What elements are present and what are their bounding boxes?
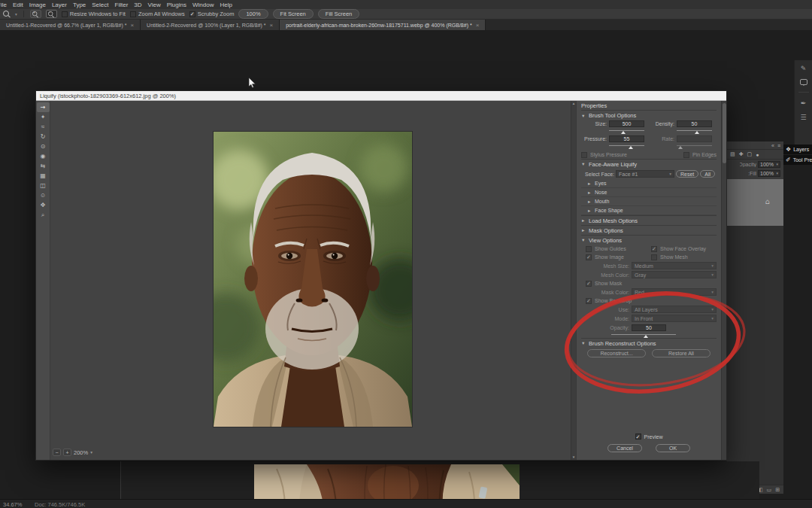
view-options-header[interactable]: ▼ View Options xyxy=(581,235,717,245)
menu-type[interactable]: Type xyxy=(70,2,89,8)
zoom-tool-icon[interactable] xyxy=(3,11,11,18)
resize-windows-checkbox[interactable]: Resize Windows to Fit xyxy=(62,11,126,17)
brush-pressure-slider[interactable] xyxy=(609,143,644,149)
twirl-clockwise-tool[interactable]: ↻ xyxy=(37,132,50,141)
pencil-icon[interactable]: ✒ xyxy=(801,99,807,107)
menu-view[interactable]: View xyxy=(145,2,164,8)
pucker-tool[interactable]: ⊙ xyxy=(37,141,50,151)
mode-dropdown[interactable]: In Front ▾ xyxy=(632,315,717,322)
brush-tool-options-header[interactable]: ▼ Brush Tool Options xyxy=(581,111,717,120)
eyes-section-header[interactable]: ► Eyes xyxy=(581,179,717,188)
show-mask-checkbox[interactable]: ✓ Show Mask xyxy=(586,281,622,287)
scroll-up-icon[interactable]: ▲ xyxy=(572,102,575,105)
hand-tool[interactable]: ✥ xyxy=(37,200,50,210)
comment-icon[interactable] xyxy=(800,79,807,85)
menu-image[interactable]: Image xyxy=(26,2,49,8)
chevron-down-icon[interactable]: ▾ xyxy=(90,450,92,455)
dialog-zoom-level[interactable]: 200% xyxy=(74,449,88,456)
list-icon[interactable]: ☰ xyxy=(800,114,806,121)
mouth-section-header[interactable]: ► Mouth xyxy=(581,197,717,206)
load-mesh-options-header[interactable]: ► Load Mesh Options xyxy=(581,215,717,225)
pen-icon[interactable]: ✎ xyxy=(801,65,807,72)
preview-checkbox[interactable]: ✓ Preview xyxy=(635,433,663,440)
menu-select[interactable]: Select xyxy=(89,2,111,8)
layers-panel-tab[interactable]: ❖ Layers xyxy=(783,144,812,154)
close-icon[interactable]: × xyxy=(270,22,274,29)
show-mesh-checkbox[interactable]: Show Mesh xyxy=(651,254,717,260)
fit-screen-button[interactable]: Fit Screen xyxy=(273,9,314,19)
pin-edges-checkbox[interactable]: Pin Edges xyxy=(649,152,717,158)
zoom-in-button[interactable]: + xyxy=(30,10,41,18)
scrubby-zoom-checkbox[interactable]: ✓ Scrubby Zoom xyxy=(189,11,235,17)
brush-rate-slider[interactable] xyxy=(677,143,712,149)
show-backdrop-checkbox[interactable]: ✓ Show Backdrop xyxy=(586,298,632,304)
properties-scrollbar[interactable] xyxy=(721,101,726,460)
brush-size-slider[interactable] xyxy=(609,128,644,134)
stylus-pressure-checkbox[interactable]: Stylus Pressure xyxy=(581,152,649,158)
face-tool[interactable]: ☺ xyxy=(37,190,50,200)
show-guides-checkbox[interactable]: Show Guides xyxy=(586,246,651,252)
thaw-mask-tool[interactable]: ◫ xyxy=(37,181,50,190)
fill-screen-button[interactable]: Fill Screen xyxy=(318,9,359,19)
brush-pressure-input[interactable]: 55 xyxy=(609,135,644,142)
mesh-size-dropdown[interactable]: Medium ▾ xyxy=(632,262,717,269)
mask-color-dropdown[interactable]: Red ▾ xyxy=(632,288,717,296)
dialog-zoom-out-button[interactable]: − xyxy=(53,449,61,456)
menu-layer[interactable]: Layer xyxy=(49,2,70,8)
lock-position-icon[interactable]: ✚ xyxy=(739,151,744,157)
new-group-icon[interactable]: ▭ xyxy=(767,487,772,493)
dialog-zoom-in-button[interactable]: + xyxy=(63,449,71,456)
backdrop-opacity-slider[interactable] xyxy=(611,332,676,338)
select-face-dropdown[interactable]: Face #1 ▾ xyxy=(616,170,674,178)
brush-rate-input[interactable] xyxy=(677,135,712,142)
lock-transparency-icon[interactable]: ▨ xyxy=(730,151,735,157)
show-face-overlay-checkbox[interactable]: ✓ Show Face Overlay xyxy=(651,246,717,252)
lock-all-icon[interactable]: ● xyxy=(756,152,759,157)
brush-density-input[interactable]: 50 xyxy=(677,120,712,127)
app-zoom-level[interactable]: 34.67% xyxy=(3,501,22,508)
tab-untitled-2[interactable]: Untitled-2-Recovered @ 100% (Layer 1, RG… xyxy=(141,20,280,30)
layer-fill-input[interactable]: 100% ▾ xyxy=(758,170,780,177)
liquify-title-bar[interactable]: Liquify (istockphoto-182903369-612x612.j… xyxy=(36,91,726,101)
menu-window[interactable]: Window xyxy=(189,2,217,8)
push-left-tool[interactable]: ⇆ xyxy=(37,161,50,171)
brush-size-input[interactable]: 500 xyxy=(609,120,644,127)
reconstruct-tool[interactable]: ✦ xyxy=(37,112,50,122)
nose-section-header[interactable]: ► Nose xyxy=(581,188,717,197)
menu-help[interactable]: Help xyxy=(217,2,235,8)
liquify-preview-canvas[interactable]: − + 200% ▾ xyxy=(50,101,571,460)
scrollbar-thumb[interactable] xyxy=(723,103,726,163)
panel-menu-icon[interactable]: ≡ xyxy=(777,143,780,148)
collapse-icon[interactable]: « xyxy=(771,143,774,148)
brush-reconstruct-options-header[interactable]: ▼ Brush Reconstruct Options xyxy=(581,338,717,348)
menu-filter[interactable]: Filter xyxy=(112,2,132,8)
zoom-all-windows-checkbox[interactable]: Zoom All Windows xyxy=(130,11,185,17)
face-shape-section-header[interactable]: ► Face Shape xyxy=(581,206,717,215)
use-dropdown[interactable]: All Layers ▾ xyxy=(632,306,717,313)
zoom-100-button[interactable]: 100% xyxy=(238,9,268,19)
mesh-color-dropdown[interactable]: Gray ▾ xyxy=(632,271,717,278)
mask-options-header[interactable]: ► Mask Options xyxy=(581,225,717,235)
menu-plugins[interactable]: Plugins xyxy=(164,2,189,8)
tab-portrait-webp[interactable]: portrait-elderly-african-man-broken-260n… xyxy=(280,20,486,30)
lock-artboard-icon[interactable]: ▢ xyxy=(747,151,753,157)
face-aware-liquify-header[interactable]: ▼ Face-Aware Liquify xyxy=(581,159,717,169)
reconstruct-button[interactable]: Reconstruct... xyxy=(587,349,646,357)
canvas-vertical-scrollbar[interactable]: ▲ ▼ xyxy=(571,101,576,460)
show-image-checkbox[interactable]: ✓ Show Image xyxy=(586,254,651,260)
smooth-tool[interactable]: ≈ xyxy=(37,122,50,132)
layer-row-selected[interactable]: ⌂ xyxy=(727,179,783,226)
menu-edit[interactable]: Edit xyxy=(10,2,26,8)
scroll-down-icon[interactable]: ▼ xyxy=(572,455,575,459)
tab-untitled-1[interactable]: Untitled-1-Recovered @ 66.7% (Layer 1, R… xyxy=(0,20,141,30)
all-button[interactable]: All xyxy=(700,170,715,178)
close-icon[interactable]: × xyxy=(130,22,134,29)
zoom-out-button[interactable]: − xyxy=(46,10,57,18)
layer-opacity-input[interactable]: 100% ▾ xyxy=(758,161,780,168)
tool-presets-panel-tab[interactable]: ✐ Tool Presets xyxy=(783,155,812,165)
new-layer-icon[interactable]: ⊞ xyxy=(775,487,780,493)
reset-button[interactable]: Reset xyxy=(676,170,698,178)
freeze-mask-tool[interactable]: ▦ xyxy=(37,171,50,181)
close-icon[interactable]: × xyxy=(476,22,480,29)
zoom-tool[interactable]: ⌕ xyxy=(37,210,50,220)
